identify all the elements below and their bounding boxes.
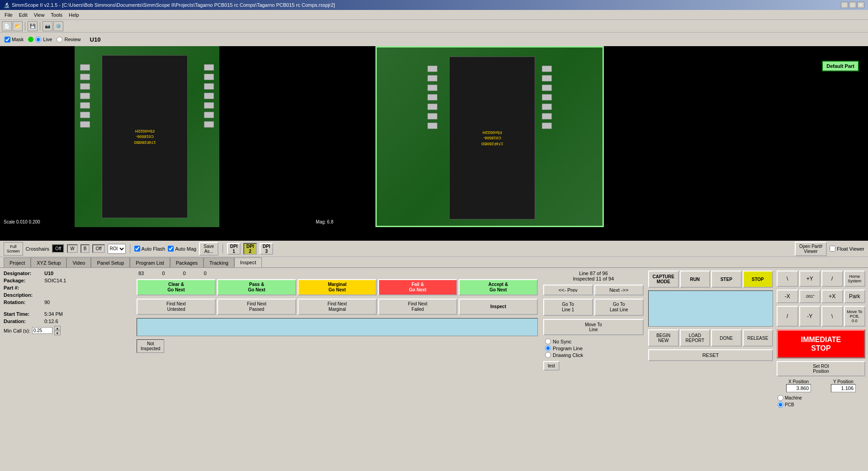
minimize-button[interactable]: − <box>841 2 848 8</box>
crosshairs-off-button[interactable]: Off <box>52 244 64 253</box>
full-screen-label: FullScreen <box>7 244 20 253</box>
menu-view[interactable]: View <box>31 11 47 19</box>
release-button[interactable]: RELEASE <box>743 329 773 347</box>
diag-back-left-button[interactable]: \ <box>777 271 798 287</box>
reset-button[interactable]: RESET <box>648 349 773 361</box>
stat-2: 0 <box>162 271 165 276</box>
auto-mag-checkbox[interactable] <box>168 246 174 252</box>
toolbar-settings[interactable]: ⚙️ <box>53 21 63 31</box>
open-part-viewer-button[interactable]: Open Part# Viewer <box>795 242 827 256</box>
marginal-go-next-button[interactable]: MarginalGo Next <box>298 279 377 295</box>
tab-program-list[interactable]: Program List <box>130 257 170 267</box>
auto-flash-checkbox[interactable] <box>134 246 140 252</box>
review-radio[interactable] <box>57 37 62 43</box>
float-viewer-checkbox[interactable] <box>830 246 835 252</box>
tab-video[interactable]: Video <box>66 257 91 267</box>
designator-row: Designator: U10 <box>2 270 133 277</box>
save-button[interactable]: Save As... <box>199 242 218 256</box>
inspect-button[interactable]: Inspect <box>459 299 538 315</box>
load-report-button[interactable]: LOADREPORT <box>680 329 711 347</box>
pcb-radio[interactable] <box>778 402 783 408</box>
run-button[interactable]: RUN <box>680 271 711 288</box>
begin-new-button[interactable]: BEGINNEW <box>648 329 679 347</box>
menu-tools[interactable]: Tools <box>48 11 65 19</box>
machine-radio[interactable] <box>778 395 783 401</box>
tab-xyz-setup[interactable]: XYZ Setup <box>31 257 66 267</box>
crs-grid: CAPTUREMODE RUN STEP STOP <box>647 270 774 289</box>
pass-go-next-button[interactable]: Pass &Go Next <box>217 279 296 295</box>
plus-x-button[interactable]: +X <box>821 290 843 303</box>
pcb-radio-row: PCB <box>778 402 864 408</box>
crosshairs-w-button[interactable]: W <box>67 244 77 253</box>
find-next-marginal-button[interactable]: Find NextMarginal <box>298 299 377 315</box>
no-sync-radio[interactable] <box>545 338 551 344</box>
dpi1-button[interactable]: DPI1 <box>227 243 241 255</box>
min-call-down[interactable]: ▼ <box>54 331 61 335</box>
toolbar-camera[interactable]: 📷 <box>43 21 52 31</box>
live-radio[interactable] <box>35 37 41 43</box>
program-line-radio[interactable] <box>545 345 551 351</box>
crosshairs-off2-button[interactable]: Off <box>92 244 104 253</box>
stop-button[interactable]: STOP <box>743 271 773 288</box>
next-button[interactable]: Next ->> <box>594 285 644 295</box>
clear-go-next-button[interactable]: Clear &Go Next <box>137 279 216 295</box>
find-next-untested-button[interactable]: Find NextUntested <box>137 299 216 315</box>
toolbar-save[interactable]: 💾 <box>28 21 38 31</box>
diag-back-right-button[interactable]: / <box>777 306 798 327</box>
menu-edit[interactable]: Edit <box>16 11 30 19</box>
plus-y-button[interactable]: +Y <box>799 271 821 287</box>
menu-file[interactable]: File <box>2 11 15 19</box>
title-text: SimmScope II v2.1.5 - [C:\Users\Bob Simm… <box>12 2 335 8</box>
find-next-passed-button[interactable]: Find NextPassed <box>217 299 296 315</box>
move-to-line-button[interactable]: Move ToLine <box>543 319 644 335</box>
default-part-button[interactable]: Default Part <box>822 61 859 71</box>
title-bar-left: 🔬 SimmScope II v2.1.5 - [C:\Users\Bob Si… <box>4 2 335 8</box>
drawing-click-option: Drawing Click <box>545 352 642 358</box>
immediate-stop-button[interactable]: IMMEDIATESTOP <box>777 329 865 358</box>
done-button[interactable]: DONE <box>711 329 742 347</box>
go-to-line-1-button[interactable]: Go ToLine 1 <box>543 299 593 316</box>
accept-go-next-button[interactable]: Accept &Go Next <box>459 279 538 295</box>
fail-go-next-button[interactable]: Fail &Go Next <box>378 279 457 295</box>
maximize-button[interactable]: □ <box>849 2 856 8</box>
min-call-input[interactable] <box>32 327 52 334</box>
go-to-last-line-button[interactable]: Go ToLast Line <box>594 299 644 316</box>
find-buttons-row: Find NextUntested Find NextPassed Find N… <box>135 298 540 316</box>
diag-forward-left-button[interactable]: \ <box>821 306 843 327</box>
dpi3-button[interactable]: DPI3 <box>260 243 273 255</box>
park-button[interactable]: Park <box>844 290 866 303</box>
auto-flash-label: Auto Flash <box>142 246 166 252</box>
dpi2-button[interactable]: DPI2 <box>243 243 257 255</box>
increment-button[interactable]: .001" <box>799 290 821 303</box>
prev-button[interactable]: <<- Prev <box>543 285 593 295</box>
find-next-failed-button[interactable]: Find NextFailed <box>378 299 457 315</box>
tab-tracking[interactable]: Tracking <box>204 257 234 267</box>
menu-help[interactable]: Help <box>66 11 82 19</box>
toolbar-sep3 <box>130 244 130 253</box>
tab-panel-setup[interactable]: Panel Setup <box>91 257 130 267</box>
tab-inspect[interactable]: Inspect <box>234 257 262 267</box>
minus-x-button[interactable]: -X <box>777 290 798 303</box>
mask-checkbox[interactable] <box>5 37 10 43</box>
home-system-button[interactable]: HomeSystem <box>844 271 866 287</box>
start-time-row: Start Time: 5:34 PM <box>2 310 133 318</box>
move-to-pcb-button[interactable]: Move ToPCB, 0.0 <box>844 306 866 327</box>
toolbar-new[interactable]: 📄 <box>2 21 12 31</box>
bldr-grid: BEGINNEW LOADREPORT DONE RELEASE <box>647 328 774 347</box>
minus-y-button[interactable]: -Y <box>799 306 821 327</box>
full-screen-button[interactable]: FullScreen <box>4 242 23 256</box>
capture-mode-button[interactable]: CAPTUREMODE <box>648 271 679 288</box>
tab-packages[interactable]: Packages <box>170 257 204 267</box>
duration-value: 0:12.6 <box>44 319 131 324</box>
toolbar-open[interactable]: 📂 <box>13 21 23 31</box>
close-button[interactable]: ✕ <box>857 2 864 8</box>
min-call-up[interactable]: ▲ <box>54 326 61 330</box>
crosshairs-b-button[interactable]: B <box>81 244 90 253</box>
set-roi-position-button[interactable]: Set ROIPosition <box>777 361 865 376</box>
test-button[interactable]: test <box>543 361 560 371</box>
tab-project[interactable]: Project <box>4 257 31 267</box>
roi-select[interactable]: ROI <box>108 244 126 254</box>
drawing-click-radio[interactable] <box>545 352 551 358</box>
diag-forward-right-button[interactable]: / <box>821 271 843 287</box>
step-button[interactable]: STEP <box>711 271 742 288</box>
